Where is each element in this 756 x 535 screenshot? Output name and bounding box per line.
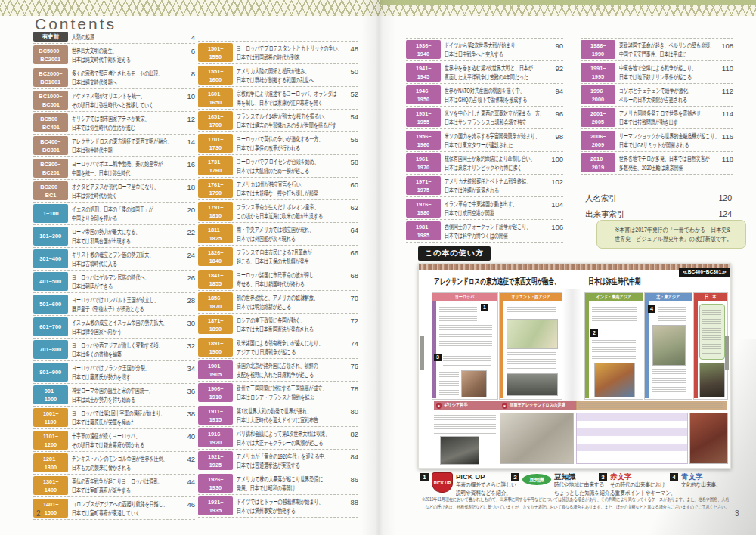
etching-image-placeholder: [500, 413, 574, 464]
toc-entry-page-number: 102: [550, 176, 563, 195]
toc-entry-text: ヨーロッパではロンバルト王国が成立し、厩戸皇子《聖徳太子》が摂政となる: [72, 295, 178, 314]
legend-number-2: 2: [511, 473, 519, 481]
callout-3: 3: [434, 354, 442, 361]
toc-entry-page-number: 20: [181, 204, 195, 223]
era-badge: 1901~1905: [198, 360, 233, 379]
era-badge: 901~1000: [33, 385, 68, 404]
toc-entry-page-number: 80: [345, 406, 358, 425]
toc-entry-text: ヨーロッパでプロイセンが台頭を始め、日本では大飢饉のため一揆が起こる: [237, 156, 341, 175]
toc-entry-text: 西側同士のフォークランド紛争が起こり、日本では科学万博つくばの開催: [445, 221, 546, 240]
index-label: 出来事索引: [585, 209, 625, 220]
toc-entry-page-number: 6: [181, 45, 195, 64]
left-edge-tab: [420, 336, 424, 370]
toc-entry: 701~800ヨーロッパや西アジアが激しく変動する頃、日本は多くの書物を編纂32: [33, 339, 195, 361]
era-badge: 1841~1855: [198, 270, 233, 289]
revision-note-line1: ※本書は2017年発行の『一冊でわかる 日本史&: [615, 225, 727, 234]
mamechishiki-oval-icon: 豆知識: [522, 474, 551, 485]
toc-column-3: 1936~1940ドイツから第2次世界大戦が始まり、日本は日中戦争へと突入する9…: [406, 38, 563, 243]
era-badge: BC2000~BC1001: [33, 68, 68, 87]
toc-entry-page-number: 38: [181, 408, 195, 427]
toc-entry-text: 欧州で三国同盟に対抗する三国協商が成立、日本はロシア・フランスと協約を結ぶ: [237, 383, 341, 402]
index-label: 人名索引: [585, 193, 617, 204]
toc-entry-page-number: 24: [181, 249, 195, 268]
era-badge: 1946~1950: [406, 85, 441, 104]
toc-entry-page-number: 106: [550, 221, 563, 240]
mini-header-neasia: 北・東アジア: [657, 293, 680, 301]
toc-entry-page-number: 96: [550, 108, 563, 127]
era-badge: 1701~1730: [198, 134, 233, 153]
era-badge: 1991~1995: [581, 63, 615, 82]
toc-entry-page-number: 92: [550, 63, 563, 82]
toc-entry-text: フランスでルイ14世が強大な権力を振るい、日本では綱吉の生類憐れみの令が世間を揺…: [237, 111, 341, 130]
toc-entry-text: 十字軍の遠征が続くヨーロッパ、その頃日本では鎌倉幕府が開かれる: [72, 431, 178, 450]
sample-title-right: 日本は弥生時代中期: [588, 276, 640, 287]
heart-shield-icon: ♥: [436, 403, 442, 409]
toc-entry-text: ヨーロッパはゲルマン民族の時代へ、日本は朝廷ができる: [72, 272, 178, 291]
toc-entry: 1001~1100ヨーロッパでは第1回十字軍の遠征が始まり、日本では藤原氏が栄華…: [33, 407, 195, 429]
toc-entry: BC2000~BC1001多くの宗教で預言者とされるモーセの出現、日本は縄文時代…: [33, 66, 195, 89]
toc-entry-page-number: 104: [550, 199, 563, 218]
toc-entry-page-number: 116: [720, 131, 733, 150]
toc-entry-text: 英仏の百年戦争が起こりヨーロッパは混乱、日本では室町幕府が誕生する: [72, 476, 178, 495]
toc-entry-page-number: 28: [181, 295, 195, 314]
toc-entry: 1811~1825南・中央アメリカでは独立国が現れ、日本では外国船が次々現れる6…: [198, 223, 358, 246]
right-page-number: 3: [735, 509, 739, 518]
toc-entry-text: ヨーロッパでポエニ戦争勃発、秦の始皇帝が中国を統一、日本は弥生時代: [72, 159, 178, 178]
toc-entry-page-number: 118: [720, 153, 733, 172]
era-badge: BC400~BC301: [33, 136, 68, 155]
era-badge: 1791~1810: [198, 202, 233, 221]
toc-entry: 1981~1985西側同士のフォークランド紛争が起こり、日本では科学万博つくばの…: [406, 220, 563, 243]
toc-entry-page-number: 22: [181, 227, 195, 246]
toc-entry: 1986~1990東欧諸国で革命が起き、ベルリンの壁も崩壊、中国で天安門事件、日…: [581, 38, 733, 61]
era-badge: 1001~1100: [33, 408, 68, 427]
era-badge: BC300~BC201: [33, 159, 68, 178]
toc-entry: 1~100イエスの処刑、日本の「倭の奴国王」が中国より金印を授かる20: [33, 203, 195, 225]
toc-column-2: 1501~1550ヨーロッパでプロテスタントとカトリックの争い、日本では戦国武将…: [198, 41, 358, 518]
mini-column-europe: ヨーロッパ 1 3: [432, 292, 498, 400]
india-era-strip: [585, 301, 589, 398]
callout-1: 1: [481, 304, 488, 311]
toc-entry-text: イラン革命で中東諸国が動き出す、日本では成田空港が開港: [445, 199, 546, 218]
toc-entry-page-number: 74: [345, 338, 358, 357]
toc-entry: 801~900ヨーロッパではフランク王国が分裂、日本では藤原氏が勢力を増す34: [33, 361, 195, 384]
era-badge: 701~800: [33, 340, 68, 359]
toc-entry: 1956~1960米ソの国力を誇示する宇宙開発競争が始まり、日本では東京タワーが…: [406, 129, 563, 152]
toc-entry-text: アレクサンドロスの東方遠征で東西文明が融合、日本は弥生時代中期: [72, 136, 178, 155]
battle-painting-placeholder: [689, 413, 728, 464]
toc-entry-text: 世界各地でテロが多発、日本では自然災害が多数発生、2020五輪は東京開催: [619, 153, 716, 172]
ruins-photo-placeholder: [507, 373, 558, 396]
toc-entry-page-number: 54: [345, 111, 358, 130]
painting-image-placeholder: [594, 363, 635, 397]
toc-entry: 1651~1700フランスでルイ14世が強大な権力を振るい、日本では綱吉の生類憐…: [198, 110, 358, 132]
era-badge: 1911~1915: [198, 406, 233, 425]
toc-entry-text: ギリシアでは都市国家アテネが繁栄、日本では弥生時代の生活が進む: [72, 113, 178, 132]
toc-entry-text: 第1次世界大戦の勃発で世界が揺れ、日本は大正時代を迎えドイツに宣戦布告: [237, 406, 341, 425]
toc-entry-text: フランスで自由市民による7月革命が起こる、日本は天保の大飢饉が発生: [237, 247, 341, 266]
toc-entry-page-number: 4: [181, 32, 195, 42]
toc-entry: 1791~1810フランス革命が生んだナポレオン皇帝、この頃から日本近海に欧米の…: [198, 200, 358, 223]
toc-entry: 1996~2000コソボとチェチェンで紛争が激化、ペルーの日本大使館が占拠される…: [581, 84, 733, 107]
revision-note-line2: 世界史 ビジュアル歴史年表』の改訂新版です。: [615, 234, 727, 243]
toc-entry-page-number: 52: [345, 88, 358, 107]
era-badge: 401~500: [33, 272, 68, 291]
toc-entry-page-number: 26: [181, 272, 195, 291]
era-badge: 2006~2009: [581, 131, 615, 150]
toc-entry: 1991~1995中東各地で空爆による戦争が起こり、日本では地下鉄サリン事件が起…: [581, 61, 733, 84]
toc-entry: 101~300ローマ帝国の勢力が最大になる、日本では邪馬台国が出現する22: [33, 225, 195, 248]
toc-entry-page-number: 72: [345, 315, 358, 334]
era-badge: 1906~1910: [198, 383, 233, 402]
toc-entry-page-number: 36: [181, 385, 195, 404]
toc-entry: 1931~1935ドイツではヒトラーの独裁体制が始まり、日本では満州事変が勃発す…: [198, 495, 358, 518]
book-gutter-shadow: [361, 0, 396, 535]
toc-entry-text: 世界がNATO対共産圏の構図を描く中、日本はGHQの占領下で新体制を形成する: [445, 85, 546, 104]
toc-column-4: 1986~1990東欧諸国で革命が起き、ベルリンの壁も崩壊、中国で天安門事件、日…: [581, 38, 733, 175]
era-badge: 1986~1990: [581, 40, 615, 59]
era-badge: 1601~1650: [198, 88, 233, 107]
era-badge: 1941~1945: [406, 63, 441, 82]
toc-entry-text: フランス革命が生んだナポレオン皇帝、この頃から日本近海に欧米の船が出没する: [237, 202, 341, 221]
toc-entry-text: 神聖ローマ帝国の誕生と宋の中国統一、日本は武士が勢力を持ち始める: [72, 385, 178, 404]
index-page-number: 120: [718, 193, 732, 204]
sample-spread-preview: アレクサンドロスの東方遠征で東西文明が融合、 日本は弥生時代中期 ≪BC400~…: [418, 263, 731, 469]
mini-header-europe: ヨーロッパ: [455, 293, 475, 301]
toc-entry-text: ヨーロッパや西アジアが激しく変動する頃、日本は多くの書物を編纂: [72, 340, 178, 359]
